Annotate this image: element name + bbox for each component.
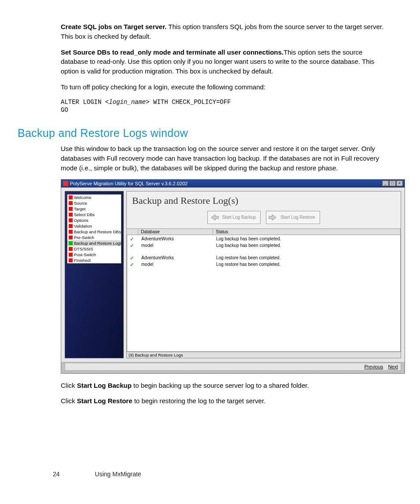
bold-label: Start Log Backup bbox=[77, 382, 132, 389]
footer-section: Using MxMigrate bbox=[95, 471, 141, 478]
nav-item-validation[interactable]: Validation bbox=[67, 223, 121, 229]
button-label: Start Log Backup bbox=[222, 215, 256, 220]
button-label: Start Log Restore bbox=[280, 215, 315, 220]
cell-db: model bbox=[139, 243, 214, 249]
app-window: PolyServe Migration Utility for SQL Serv… bbox=[61, 179, 405, 374]
square-icon bbox=[69, 195, 73, 199]
close-button[interactable]: × bbox=[396, 180, 403, 186]
text: to begin backing up the source server lo… bbox=[132, 382, 309, 389]
arrow-right-icon bbox=[268, 213, 278, 222]
paragraph-window-desc: Use this window to back up the transacti… bbox=[61, 144, 389, 173]
titlebar: PolyServe Migration Utility for SQL Serv… bbox=[61, 180, 405, 188]
code-text: WITH CHECK_POLICY=OFF bbox=[150, 99, 231, 106]
nav-label: Welcome bbox=[74, 195, 91, 200]
text: to begin restoring the log to the target… bbox=[133, 397, 266, 405]
page-footer: 24 Using MxMigrate bbox=[53, 471, 141, 478]
nav-item-dts-ssis[interactable]: DTS/SSIS bbox=[67, 246, 121, 252]
nav-item-target[interactable]: Target bbox=[67, 206, 121, 212]
nav-label: Select DBs bbox=[74, 212, 95, 217]
start-log-backup-button[interactable]: Start Log Backup bbox=[207, 211, 261, 224]
square-icon bbox=[69, 247, 73, 251]
button-label: Previous bbox=[365, 364, 383, 369]
nav-label: Target bbox=[74, 206, 85, 211]
sidebar: Welcome Source Target Select DBs Options… bbox=[65, 191, 124, 358]
bold-label: Start Log Restore bbox=[77, 397, 133, 405]
square-icon bbox=[69, 241, 73, 245]
main-panel: Backup and Restore Log(s) Start Log Back… bbox=[126, 191, 401, 358]
text: Click bbox=[61, 382, 77, 389]
paragraph-click-restore: Click Start Log Restore to begin restori… bbox=[61, 396, 389, 406]
check-icon: ✓ bbox=[127, 236, 139, 243]
status-bar: (9) Backup and Restore Logs bbox=[127, 352, 401, 358]
client-area: Welcome Source Target Select DBs Options… bbox=[61, 188, 405, 362]
wizard-nav: Previous Next bbox=[65, 363, 401, 371]
window-controls: _ □ × bbox=[382, 180, 403, 186]
code-text: ALTER LOGIN bbox=[61, 99, 105, 106]
square-icon bbox=[69, 230, 73, 234]
code-text: GO bbox=[61, 107, 68, 114]
arrow-left-icon bbox=[210, 213, 219, 222]
square-icon bbox=[69, 224, 73, 228]
table-header: Database Status bbox=[127, 228, 401, 235]
square-icon bbox=[69, 207, 73, 211]
col-database: Database bbox=[138, 229, 213, 235]
table-row: ✓AdventureWorksLog backup has been compl… bbox=[127, 236, 400, 243]
check-icon: ✓ bbox=[127, 261, 139, 268]
col-icon bbox=[127, 229, 138, 235]
nav-item-post-switch[interactable]: Post-Switch bbox=[67, 252, 121, 258]
paragraph-click-backup: Click Start Log Backup to begin backing … bbox=[61, 381, 389, 390]
nav-item-backup-restore-dbs[interactable]: Backup and Restore DBs bbox=[67, 229, 121, 235]
start-log-restore-button[interactable]: Start Log Restore bbox=[266, 211, 320, 224]
button-row: Start Log Backup Start Log Restore bbox=[127, 208, 401, 228]
page-number: 24 bbox=[53, 471, 60, 478]
minimize-button[interactable]: _ bbox=[382, 180, 389, 186]
nav-item-welcome[interactable]: Welcome bbox=[67, 195, 121, 200]
nav-label: Pre-Switch bbox=[74, 235, 94, 240]
square-icon bbox=[69, 218, 73, 222]
paragraph-policy-check: To turn off policy checking for a login,… bbox=[61, 82, 389, 92]
window-title: PolyServe Migration Utility for SQL Serv… bbox=[70, 181, 188, 186]
nav-item-source[interactable]: Source bbox=[67, 200, 121, 206]
code-placeholder: <login_name> bbox=[105, 99, 150, 106]
cell-db: model bbox=[139, 261, 214, 268]
section-heading: Backup and Restore Logs window bbox=[18, 127, 394, 140]
nav-label: Validation bbox=[74, 224, 92, 228]
table-row: ✓modelLog backup has been completed. bbox=[127, 243, 400, 249]
nav-item-finished[interactable]: Finished! bbox=[67, 258, 121, 263]
cell-db: AdventureWorks bbox=[139, 255, 214, 261]
cell-empty bbox=[127, 249, 139, 255]
square-icon bbox=[69, 235, 73, 239]
square-icon bbox=[69, 213, 73, 217]
cell-status: Log backup has been completed. bbox=[214, 243, 400, 249]
table-row: ✓modelLog restore has been completed. bbox=[127, 261, 400, 268]
bold-label: Set Source DBs to read_only mode and ter… bbox=[61, 48, 284, 56]
button-label: Next bbox=[388, 364, 398, 369]
square-icon bbox=[69, 253, 73, 257]
nav-item-backup-restore-logs[interactable]: Backup and Restore Logs bbox=[67, 240, 121, 246]
nav-label: Finished! bbox=[74, 258, 91, 263]
cell-status bbox=[214, 249, 400, 255]
paragraph-create-sql-jobs: Create SQL jobs on Target server. This o… bbox=[61, 22, 389, 41]
nav-label: Post-Switch bbox=[74, 252, 96, 257]
nav-list: Welcome Source Target Select DBs Options… bbox=[67, 194, 122, 264]
nav-item-pre-switch[interactable]: Pre-Switch bbox=[67, 235, 121, 240]
cell-db: AdventureWorks bbox=[139, 236, 214, 243]
table-row: ✓AdventureWorksLog restore has been comp… bbox=[127, 255, 400, 261]
bold-label: Create SQL jobs on Target server. bbox=[61, 23, 166, 30]
nav-item-select-dbs[interactable]: Select DBs bbox=[67, 212, 121, 217]
text: Click bbox=[61, 397, 77, 405]
square-icon bbox=[69, 201, 73, 205]
next-button[interactable]: Next bbox=[388, 364, 398, 369]
nav-item-options[interactable]: Options bbox=[67, 217, 121, 223]
code-block: ALTER LOGIN <login_name> WITH CHECK_POLI… bbox=[61, 98, 389, 115]
nav-label: Backup and Restore Logs bbox=[74, 241, 122, 246]
cell-status: Log backup has been completed. bbox=[214, 236, 400, 243]
cell-status: Log restore has been completed. bbox=[214, 255, 400, 261]
nav-label: DTS/SSIS bbox=[74, 246, 93, 251]
maximize-button[interactable]: □ bbox=[389, 180, 396, 186]
check-icon: ✓ bbox=[127, 243, 139, 249]
previous-button[interactable]: Previous bbox=[365, 364, 383, 369]
table-row bbox=[127, 249, 400, 255]
nav-label: Options bbox=[74, 218, 88, 223]
cell-db bbox=[139, 249, 214, 255]
